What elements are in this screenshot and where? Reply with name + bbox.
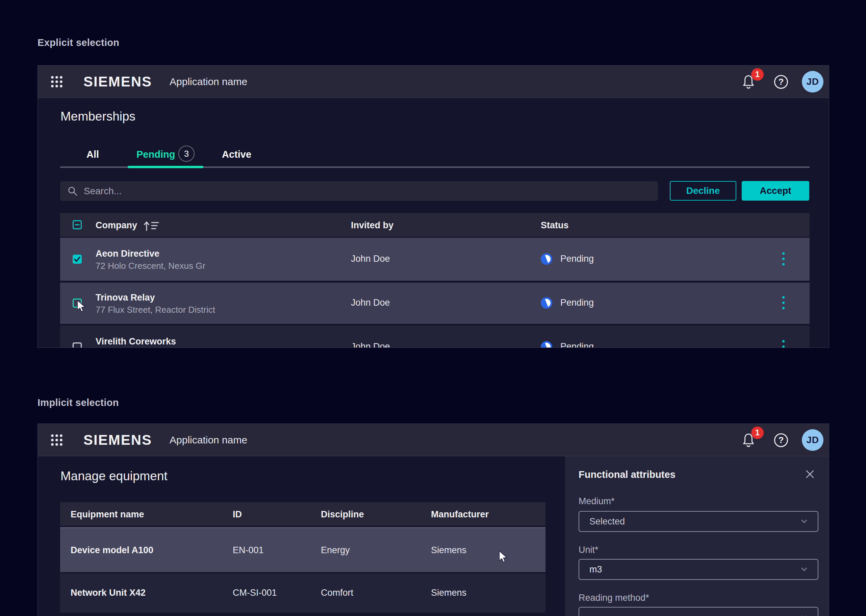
app-header: SIEMENS Application name 1 ? JD: [38, 424, 829, 456]
tab-active[interactable]: Active: [222, 149, 251, 160]
table-row[interactable]: Virelith Coreworks John Doe Pending: [60, 325, 809, 348]
row-menu-kebab-icon[interactable]: [782, 340, 785, 348]
company-name: Aeon Directive: [96, 248, 159, 259]
siemens-logo: SIEMENS: [83, 432, 152, 448]
status-value: Pending: [560, 254, 594, 264]
table-row[interactable]: Aeon Directive 72 Holo Crescent, Nexus G…: [60, 238, 809, 281]
invited-by-value: John Doe: [351, 254, 390, 264]
table-row[interactable]: Trinova Relay 77 Flux Street, Reactor Di…: [60, 283, 809, 324]
user-avatar[interactable]: JD: [802, 429, 824, 451]
tab-all[interactable]: All: [86, 149, 99, 160]
memberships-table-header: Company Invited by Status: [60, 213, 809, 237]
invited-by-value: John Doe: [351, 297, 390, 308]
search-icon: [68, 186, 78, 196]
chevron-down-icon: [801, 519, 808, 524]
close-icon[interactable]: [805, 469, 815, 479]
medium-select[interactable]: Selected: [578, 511, 818, 532]
row-menu-kebab-icon[interactable]: [782, 252, 785, 269]
sort-ascending-icon[interactable]: [143, 220, 159, 232]
select-all-checkbox-indeterminate[interactable]: [72, 220, 82, 229]
user-avatar[interactable]: JD: [802, 71, 824, 93]
notification-count-badge: 1: [751, 427, 764, 439]
status-value: Pending: [560, 341, 594, 348]
row-menu-kebab-icon[interactable]: [782, 296, 785, 313]
unit-select[interactable]: m3: [578, 559, 818, 580]
app-launcher-icon[interactable]: [50, 75, 63, 88]
company-address: 72 Holo Crescent, Nexus Gr: [96, 261, 205, 271]
functional-attributes-panel: Functional attributes Medium* Selected U…: [565, 456, 829, 616]
chevron-down-icon: [801, 567, 808, 572]
help-icon[interactable]: ?: [774, 433, 788, 447]
mouse-cursor: [498, 550, 509, 563]
application-name: Application name: [170, 76, 247, 88]
field-label-reading-method: Reading method*: [578, 593, 649, 603]
column-header-status[interactable]: Status: [541, 220, 569, 231]
column-header-discipline[interactable]: Discipline: [321, 509, 364, 520]
search-field[interactable]: [60, 181, 658, 201]
page-title: Memberships: [60, 109, 135, 124]
pending-status-icon: [541, 253, 552, 265]
section-label-implicit: Implicit selection: [38, 397, 119, 408]
page-title: Manage equipment: [60, 469, 168, 483]
pending-status-icon: [541, 341, 552, 348]
row-checkbox-unchecked[interactable]: [72, 343, 82, 348]
column-header-manufacturer[interactable]: Manufacturer: [431, 509, 489, 520]
company-address: 77 Flux Street, Reactor District: [96, 305, 215, 315]
accept-button[interactable]: Accept: [742, 181, 809, 201]
section-label-explicit: Explicit selection: [38, 37, 119, 48]
panel-title: Functional attributes: [578, 469, 676, 480]
column-header-invited-by[interactable]: Invited by: [351, 220, 393, 231]
column-header-company[interactable]: Company: [96, 220, 137, 231]
equipment-discipline: Energy: [321, 545, 350, 556]
manage-equipment-window: SIEMENS Application name 1 ? JD Manage e…: [38, 423, 829, 616]
active-tab-indicator: [128, 166, 203, 168]
checkmark-icon: [72, 255, 82, 264]
company-name: Trinova Relay: [96, 292, 155, 303]
row-checkbox-checked[interactable]: [72, 255, 82, 264]
equipment-discipline: Comfort: [321, 588, 353, 598]
status-value: Pending: [560, 297, 594, 308]
search-input[interactable]: [84, 186, 624, 196]
equipment-id: CM-SI-001: [233, 588, 277, 598]
help-icon[interactable]: ?: [774, 75, 788, 89]
table-row[interactable]: Network Unit X42 CM-SI-001 Comfort Sieme…: [60, 574, 545, 613]
equipment-table-header: Equipment name ID Discipline Manufacture…: [60, 502, 545, 526]
app-header: SIEMENS Application name 1 ? JD: [38, 66, 829, 98]
equipment-name: Device model A100: [71, 545, 153, 556]
field-label-unit: Unit*: [578, 545, 599, 555]
equipment-id: EN-001: [233, 545, 264, 556]
equipment-manufacturer: Siemens: [431, 545, 467, 556]
pending-count-badge: 3: [178, 146, 195, 162]
column-header-equipment-name[interactable]: Equipment name: [71, 509, 144, 520]
equipment-name: Network Unit X42: [71, 588, 146, 598]
tab-pending[interactable]: Pending: [137, 149, 175, 160]
medium-select-value: Selected: [589, 516, 801, 527]
siemens-logo: SIEMENS: [83, 74, 152, 90]
field-label-medium: Medium*: [578, 496, 615, 507]
company-name: Virelith Coreworks: [96, 336, 176, 347]
equipment-manufacturer: Siemens: [431, 588, 467, 598]
memberships-window: SIEMENS Application name 1 ? JD Membersh…: [38, 65, 829, 348]
column-header-id[interactable]: ID: [233, 509, 242, 520]
table-row[interactable]: Device model A100 EN-001 Energy Siemens: [60, 527, 545, 572]
invited-by-value: John Doe: [351, 341, 390, 348]
unit-select-value: m3: [589, 564, 801, 575]
decline-button[interactable]: Decline: [670, 181, 736, 201]
pending-status-icon: [541, 297, 552, 309]
application-name: Application name: [170, 434, 247, 446]
notification-count-badge: 1: [751, 68, 764, 81]
app-launcher-icon[interactable]: [50, 433, 63, 447]
reading-method-select[interactable]: [578, 607, 818, 616]
mouse-cursor: [76, 300, 88, 313]
